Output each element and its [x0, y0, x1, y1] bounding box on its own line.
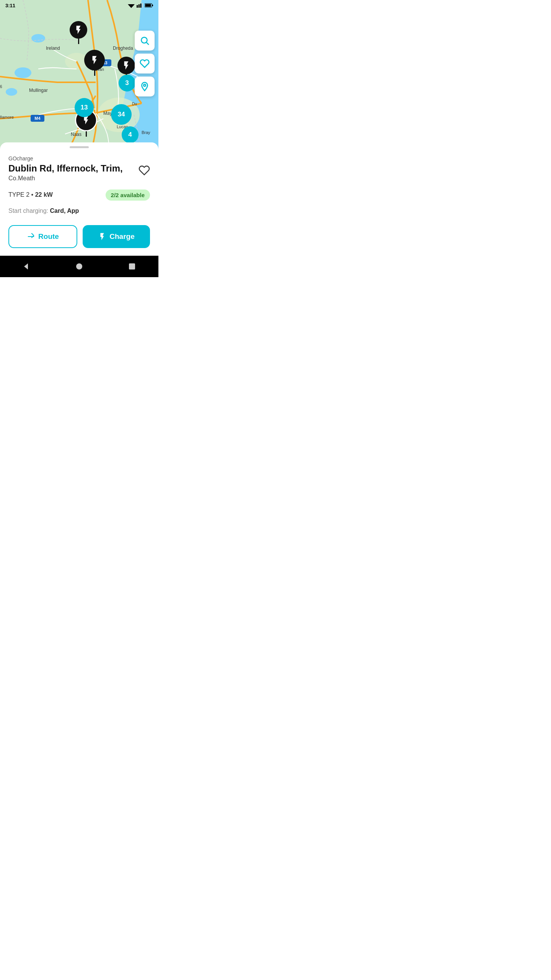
svg-text:Bray: Bray — [142, 130, 150, 135]
signal-icon — [137, 3, 143, 8]
charge-button[interactable]: Charge — [83, 225, 150, 248]
recent-button[interactable] — [127, 262, 137, 271]
start-charging: Start charging: Card, App — [8, 207, 150, 214]
recent-icon — [127, 262, 137, 271]
svg-text:Ireland: Ireland — [46, 46, 60, 51]
svg-rect-5 — [142, 3, 143, 8]
back-button[interactable] — [22, 262, 31, 271]
svg-line-36 — [147, 42, 149, 45]
location-name: Dublin Rd, Iffernock, Trim, — [8, 163, 123, 174]
search-button[interactable] — [135, 31, 155, 51]
home-button[interactable] — [75, 262, 84, 271]
route-icon — [27, 232, 35, 241]
svg-text:M4: M4 — [34, 116, 41, 121]
battery-icon — [145, 3, 153, 8]
favorite-button[interactable] — [139, 165, 150, 177]
svg-point-13 — [31, 34, 45, 42]
svg-point-37 — [143, 84, 145, 86]
cluster-3[interactable]: 3 — [119, 75, 135, 91]
charge-pin-1[interactable] — [70, 21, 87, 44]
cluster-34[interactable]: 34 — [111, 104, 132, 125]
svg-text:Mullingar: Mullingar — [29, 88, 48, 93]
nav-bar — [0, 256, 158, 277]
svg-marker-38 — [24, 263, 28, 270]
map-buttons — [135, 31, 155, 96]
svg-rect-3 — [139, 4, 140, 8]
status-time: 3:11 — [5, 3, 15, 8]
status-bar: 3:11 — [0, 0, 158, 11]
svg-rect-4 — [140, 3, 141, 8]
svg-text:Drogheda: Drogheda — [113, 46, 133, 51]
favorite-map-button[interactable] — [135, 54, 155, 74]
sheet-handle — [70, 146, 89, 148]
map-area[interactable]: M3 M4 Mullingar Ireland Navan Drogheda S… — [0, 0, 158, 149]
action-buttons: Route Charge — [8, 225, 150, 248]
provider-name: GOcharge — [8, 155, 150, 162]
sheet-handle-area — [0, 142, 158, 152]
svg-text:Du: Du — [132, 102, 137, 106]
svg-text:llamore: llamore — [0, 115, 14, 119]
charger-power: 22 kW — [35, 191, 53, 198]
availability-badge: 2/2 available — [106, 189, 150, 201]
location-sub: Co.Meath — [8, 175, 123, 182]
sheet-content: GOcharge Dublin Rd, Iffernock, Trim, Co.… — [0, 152, 158, 256]
svg-point-39 — [76, 263, 82, 270]
status-icons — [128, 3, 153, 8]
route-button[interactable]: Route — [8, 225, 77, 248]
home-icon — [75, 262, 84, 271]
cluster-4[interactable]: 4 — [122, 126, 139, 143]
svg-text:6: 6 — [0, 85, 2, 89]
svg-rect-40 — [129, 263, 135, 270]
charger-spec: TYPE 2 • 22 kW — [8, 191, 53, 198]
svg-marker-1 — [129, 5, 134, 8]
info-row: TYPE 2 • 22 kW 2/2 available — [8, 189, 150, 201]
cluster-13[interactable]: 13 — [75, 98, 94, 117]
back-icon — [22, 262, 31, 271]
charger-type: TYPE 2 — [8, 191, 29, 198]
charge-icon — [98, 232, 106, 241]
svg-point-11 — [15, 67, 31, 78]
heart-icon — [139, 165, 150, 176]
svg-point-12 — [6, 88, 17, 96]
wifi-icon — [128, 3, 135, 8]
svg-rect-2 — [137, 5, 138, 8]
svg-point-35 — [141, 37, 147, 43]
svg-rect-7 — [152, 5, 153, 6]
location-button[interactable] — [135, 77, 155, 96]
charge-pin-2[interactable] — [84, 50, 105, 76]
svg-rect-8 — [145, 4, 151, 7]
